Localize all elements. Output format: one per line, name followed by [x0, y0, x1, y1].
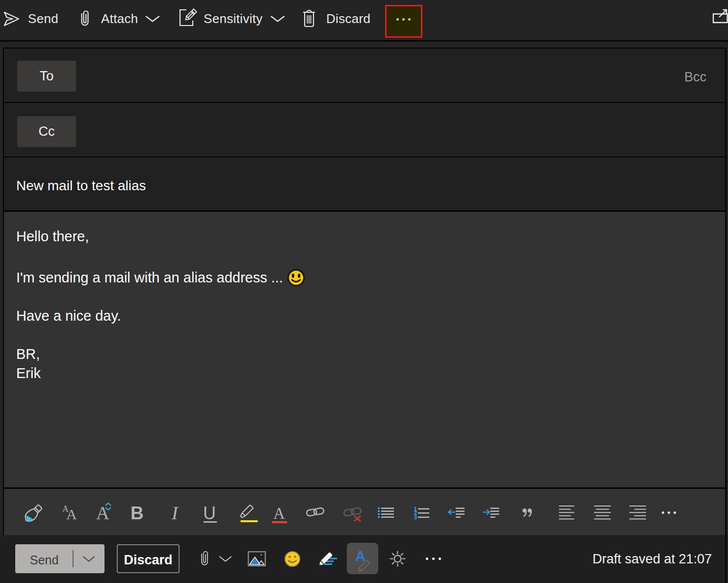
svg-text:3: 3	[414, 514, 417, 520]
